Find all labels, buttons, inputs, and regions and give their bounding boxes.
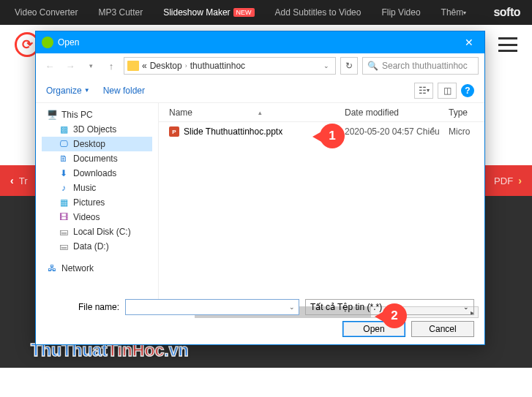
organize-button[interactable]: Organize ▼ — [46, 86, 90, 96]
file-name-input[interactable]: ⌄ — [125, 299, 299, 315]
tree-node-network[interactable]: 🖧Network — [42, 261, 152, 276]
cancel-button[interactable]: Cancel — [411, 321, 474, 337]
tree-node-desktop[interactable]: 🖵Desktop — [42, 137, 152, 151]
recent-dropdown[interactable]: ▾ — [83, 58, 99, 74]
address-bar-row: ← → ▾ ↑ « Desktop › thuthuattinhoc ⌄ ↻ 🔍… — [36, 53, 484, 78]
nav-tab-mp3-cutter[interactable]: MP3 Cutter — [89, 0, 154, 25]
col-date-header[interactable]: Date modified — [345, 107, 449, 118]
new-badge: NEW — [233, 8, 255, 17]
tree-node-this-pc[interactable]: 🖥️This PC — [42, 107, 152, 122]
help-icon[interactable]: ? — [461, 84, 474, 97]
nav-tab-subtitles[interactable]: Add Subtitles to Video — [265, 0, 372, 25]
tree-node-downloads[interactable]: ⬇Downloads — [42, 166, 152, 181]
tree-node-videos[interactable]: 🎞Videos — [42, 210, 152, 224]
pptx-icon: P — [169, 126, 179, 137]
close-icon[interactable]: ✕ — [454, 31, 484, 53]
file-name-label: File name: — [46, 302, 119, 312]
breadcrumb[interactable]: « Desktop › thuthuattinhoc ⌄ — [124, 57, 336, 75]
chevron-down-icon[interactable]: ⌄ — [285, 303, 299, 311]
annotation-marker-1: 1 — [320, 124, 345, 148]
sort-asc-icon: ▴ — [258, 109, 262, 116]
chevron-right-icon[interactable]: › — [518, 175, 522, 186]
file-date: 2020-05-20 04:57 Chiều — [345, 126, 449, 137]
hamburger-menu-icon[interactable] — [498, 37, 517, 52]
dialog-footer: File name: ⌄ Tất cả Tệp tin (*.*)⌄ Open … — [36, 292, 484, 344]
nav-tab-more[interactable]: Thêm ▾ — [431, 0, 477, 25]
desk-icon: 🖵 — [58, 139, 70, 149]
nav-tab-flip-video[interactable]: Flip Video — [371, 0, 430, 25]
site-top-nav: Video Converter MP3 Cutter Slideshow Mak… — [0, 0, 532, 25]
vid-icon: 🎞 — [58, 212, 70, 222]
annotation-marker-2: 2 — [382, 303, 407, 328]
pc-icon: 🖥️ — [46, 110, 58, 120]
3d-icon: ▩ — [58, 124, 70, 135]
preview-pane-button[interactable]: ◫ — [438, 83, 457, 99]
chevron-right-icon: › — [185, 62, 187, 69]
brand-logo: softo — [493, 6, 528, 19]
refresh-button[interactable]: ↻ — [340, 57, 358, 75]
nav-tab-label: Slideshow Maker — [163, 7, 230, 18]
tree-node-documents[interactable]: 🗎Documents — [42, 151, 152, 166]
doc-icon: 🗎 — [58, 154, 70, 164]
file-name: Slide Thuthuattinhoc.pptx — [184, 126, 282, 137]
app-icon — [42, 37, 53, 48]
open-file-dialog: Open ✕ ← → ▾ ↑ « Desktop › thuthuattinho… — [35, 31, 485, 345]
disk-icon: 🖴 — [58, 241, 70, 252]
dialog-body: 🖥️This PC▩3D Objects🖵Desktop🗎Documents⬇D… — [36, 103, 484, 312]
bottom-bar — [0, 368, 532, 397]
search-input[interactable]: 🔍 Search thuthuattinhoc — [362, 57, 479, 75]
nav-tab-slideshow-maker[interactable]: Slideshow Maker NEW — [153, 0, 264, 25]
tree-node-pictures[interactable]: ▦Pictures — [42, 195, 152, 210]
file-type: Micro — [449, 126, 484, 137]
tree-node-local-disk-c-[interactable]: 🖴Local Disk (C:) — [42, 224, 152, 239]
nav-tree: 🖥️This PC▩3D Objects🖵Desktop🗎Documents⬇D… — [36, 103, 159, 312]
pic-icon: ▦ — [58, 197, 70, 208]
view-options-button[interactable]: ☷ ▾ — [414, 83, 433, 99]
dl-icon: ⬇ — [58, 168, 70, 178]
back-button[interactable]: ← — [42, 58, 58, 74]
net-icon: 🖧 — [46, 263, 58, 273]
folder-icon — [127, 61, 139, 71]
tree-node-3d-objects[interactable]: ▩3D Objects — [42, 122, 152, 137]
dialog-title: Open — [58, 37, 79, 48]
nav-tab-video-converter[interactable]: Video Converter — [4, 0, 89, 25]
new-folder-button[interactable]: New folder — [103, 86, 145, 96]
col-type-header[interactable]: Type — [449, 107, 484, 118]
column-headers: Name▴ Date modified Type — [159, 103, 484, 122]
music-icon: ♪ — [58, 183, 70, 193]
chevron-left-icon[interactable]: ‹ — [10, 175, 14, 186]
up-button[interactable]: ↑ — [103, 58, 119, 74]
toolbar: Organize ▼ New folder ☷ ▾ ◫ ? — [36, 78, 484, 103]
disk-icon: 🖴 — [58, 227, 70, 237]
chevron-down-icon[interactable]: ⌄ — [321, 62, 332, 69]
col-name-header[interactable]: Name▴ — [159, 107, 345, 118]
dialog-titlebar: Open ✕ — [36, 31, 484, 53]
forward-button[interactable]: → — [62, 58, 78, 74]
tree-node-music[interactable]: ♪Music — [42, 181, 152, 195]
search-icon: 🔍 — [367, 61, 378, 71]
tree-node-data-d-[interactable]: 🖴Data (D:) — [42, 239, 152, 254]
